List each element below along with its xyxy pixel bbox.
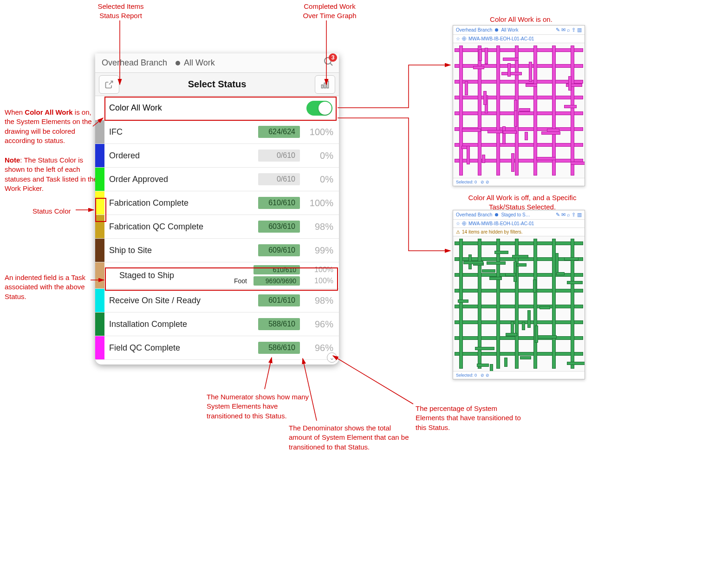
fraction-badge: 0/610 xyxy=(258,150,300,162)
fraction-badge: 0/610 xyxy=(258,173,300,185)
status-row[interactable]: Ship to Site609/61099% xyxy=(95,239,339,262)
status-swatch xyxy=(95,239,104,262)
percent-label: 100% xyxy=(306,277,333,285)
percent-label: 0% xyxy=(306,150,333,161)
task-row[interactable]: Staged to Ship610/610100%Foot9690/969010… xyxy=(95,262,339,289)
report-button[interactable] xyxy=(99,75,119,94)
thumbnail-color-off: Overhead BranchStaged to S… ✎ ✉ ⌕ ⇪ ▥ ☆ … xyxy=(453,210,585,379)
annotation-numerator: The Numerator shows how many System Elem… xyxy=(207,392,313,421)
status-row[interactable]: Order Approved0/6100% xyxy=(95,168,339,191)
status-swatch xyxy=(95,120,104,143)
annotation-indented-task: An indented field is a Task associated w… xyxy=(5,273,102,301)
status-row[interactable]: IFC624/624100% xyxy=(95,120,339,144)
scroll-hint-icon: ⌄ xyxy=(327,352,337,363)
annotation-report: Selected ItemsStatus Report xyxy=(79,2,162,21)
status-swatch xyxy=(95,262,104,288)
thumb-breadcrumb: Overhead BranchStaged to S… ✎ ✉ ⌕ ⇪ ▥ xyxy=(453,210,585,220)
status-row[interactable]: Receive On Site / Ready601/61098% xyxy=(95,289,339,313)
annotation-graph: Completed WorkOver Time Graph xyxy=(288,2,371,21)
status-swatch xyxy=(95,168,104,191)
status-label: Ordered xyxy=(109,151,140,161)
annotation-denominator: The Denominator shows the total amount o… xyxy=(289,423,410,452)
color-all-work-row[interactable]: Color All Work xyxy=(95,96,339,120)
thumb-doc-name: ☆ 🞋 MWA-MWB-IB-EOH-L01-AC-01 xyxy=(453,220,585,228)
fraction-badge: 624/624 xyxy=(258,126,300,138)
annotation-color-all-explain: When Color All Work is on, the System El… xyxy=(5,108,100,145)
percent-label: 100% xyxy=(306,266,333,274)
percent-label: 100% xyxy=(306,198,333,208)
svg-rect-3 xyxy=(324,83,325,88)
status-swatch xyxy=(95,215,104,238)
status-label: IFC xyxy=(109,127,123,137)
status-label: Field QC Complete xyxy=(109,343,180,353)
thumb-breadcrumb: Overhead BranchAll Work ✎ ✉ ⌕ ⇪ ▥ xyxy=(453,26,585,35)
fraction-badge: 588/610 xyxy=(258,318,300,330)
status-row[interactable]: Installation Complete588/61096% xyxy=(95,313,339,336)
percent-label: 99% xyxy=(306,245,333,256)
percent-label: 100% xyxy=(306,127,333,137)
status-swatch xyxy=(95,191,104,215)
annotation-thumb-off: Color All Work is off, and a Specific Ta… xyxy=(460,193,585,212)
thumbnail-color-on: Overhead BranchAll Work ✎ ✉ ⌕ ⇪ ▥ ☆ 🞋 MW… xyxy=(453,25,585,186)
status-label: Receive On Site / Ready xyxy=(109,296,201,306)
thumb-toolbar-icons: ✎ ✉ ⌕ ⇪ ▥ xyxy=(556,212,582,218)
percent-label: 98% xyxy=(306,295,333,306)
thumb-canvas xyxy=(453,236,585,371)
search-button[interactable]: 3 xyxy=(323,56,334,70)
percent-label: 96% xyxy=(306,319,333,330)
status-swatch xyxy=(95,313,104,336)
panel-title: Select Status xyxy=(119,79,315,90)
status-label: Fabrication QC Complete xyxy=(109,222,203,232)
color-all-work-switch[interactable] xyxy=(306,101,332,116)
percent-label: 96% xyxy=(306,343,333,353)
fraction-badge: 9690/9690 xyxy=(254,276,300,286)
thumb-filter-info: ⚠ 14 items are hidden by filters. xyxy=(453,228,585,236)
status-list: IFC624/624100%Ordered0/6100%Order Approv… xyxy=(95,120,339,360)
status-label: Fabrication Complete xyxy=(109,198,188,208)
breadcrumb-left[interactable]: Overhead Branch xyxy=(102,58,167,68)
breadcrumb-right[interactable]: All Work xyxy=(184,58,215,68)
breadcrumb-dot xyxy=(176,61,180,65)
fraction-badge: 610/610 xyxy=(258,197,300,209)
svg-rect-2 xyxy=(322,85,323,88)
search-badge: 3 xyxy=(329,53,337,62)
fraction-badge: 601/610 xyxy=(258,294,300,306)
fraction-badge: 586/610 xyxy=(258,342,300,354)
status-label: Installation Complete xyxy=(109,319,187,329)
percent-label: 0% xyxy=(306,174,333,185)
thumb-toolbar-icons: ✎ ✉ ⌕ ⇪ ▥ xyxy=(556,27,582,33)
graph-button[interactable] xyxy=(315,75,335,94)
status-row[interactable]: Field QC Complete586/61096% xyxy=(95,336,339,360)
annotation-thumb-on: Color All Work is on. xyxy=(469,15,573,24)
status-row[interactable]: Fabrication Complete610/610100% xyxy=(95,191,339,215)
svg-line-1 xyxy=(330,63,332,65)
external-icon xyxy=(104,80,114,89)
fraction-badge: 610/610 xyxy=(254,265,300,274)
bar-chart-icon xyxy=(320,80,330,89)
status-swatch xyxy=(95,336,104,359)
annotation-note: Note: The Status Color is shown to the l… xyxy=(5,156,100,193)
status-label: Order Approved xyxy=(109,175,168,184)
svg-line-12 xyxy=(333,356,413,404)
annotation-percentage: The percentage of System Elements that h… xyxy=(416,404,522,432)
fraction-badge: 603/610 xyxy=(258,221,300,233)
status-row[interactable]: Fabrication QC Complete603/61098% xyxy=(95,215,339,239)
percent-label: 98% xyxy=(306,221,333,232)
status-swatch xyxy=(95,289,104,312)
select-status-panel: Overhead Branch All Work 3 Select Status… xyxy=(95,53,339,365)
svg-rect-4 xyxy=(327,81,328,88)
fraction-badge: 609/610 xyxy=(258,244,300,256)
panel-header: Select Status xyxy=(95,73,339,96)
task-label: Staged to Ship xyxy=(119,271,174,280)
thumb-doc-name: ☆ 🞋 MWA-MWB-IB-EOH-L01-AC-01 xyxy=(453,35,585,43)
breadcrumb-bar: Overhead Branch All Work 3 xyxy=(95,53,339,73)
task-unit: Foot xyxy=(234,277,247,285)
annotation-status-color: Status Color xyxy=(32,207,71,216)
status-row[interactable]: Ordered0/6100% xyxy=(95,144,339,168)
color-all-work-label: Color All Work xyxy=(109,103,162,113)
thumb-canvas xyxy=(453,43,585,178)
status-swatch xyxy=(95,144,104,167)
status-label: Ship to Site xyxy=(109,246,152,255)
